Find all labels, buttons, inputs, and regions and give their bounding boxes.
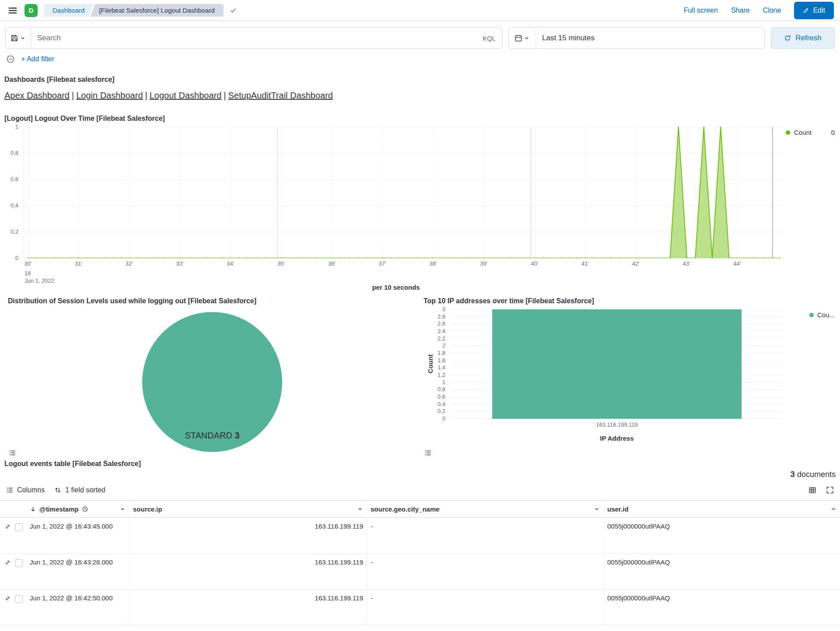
x-axis-tick: 33' xyxy=(176,261,184,266)
header-controls-cell xyxy=(0,501,26,517)
sort-icon xyxy=(54,487,61,494)
sort-fields-button[interactable]: 1 field sorted xyxy=(51,484,109,496)
columns-button[interactable]: Columns xyxy=(3,484,48,496)
cell-source-geo-city-name[interactable]: - xyxy=(367,589,604,625)
share-button[interactable]: Share xyxy=(731,7,750,14)
pie-panel-title: Distribution of Session Levels used whil… xyxy=(4,297,420,305)
clone-button[interactable]: Clone xyxy=(763,7,781,14)
dashboard-link-setupaudittrail-dashboard[interactable]: SetupAuditTrail Dashboard xyxy=(228,91,333,100)
y-axis-tick: 1.8 xyxy=(438,350,445,356)
top-navigation-bar: D Dashboard [Filebeat Salesforce] Logout… xyxy=(0,0,840,21)
cell-timestamp[interactable]: Jun 1, 2022 @ 16:43:28.000 xyxy=(26,554,130,589)
dashboard-links: Apex Dashboard|Login Dashboard|Logout Da… xyxy=(0,91,840,101)
column-menu-icon[interactable] xyxy=(119,506,126,512)
calendar-icon xyxy=(514,34,522,42)
dashboard-link-apex-dashboard[interactable]: Apex Dashboard xyxy=(4,91,70,100)
cell-timestamp[interactable]: Jun 1, 2022 @ 16:43:45.000 xyxy=(26,518,130,553)
column-header-source-geo-city-name[interactable]: source.geo.city_name xyxy=(367,501,604,517)
cell-source-geo-city-name[interactable]: - xyxy=(367,554,604,589)
y-axis: 00.20.40.60.81 xyxy=(4,127,22,258)
cell-user-id[interactable]: 0055j000000utlPAAQ xyxy=(604,554,840,589)
x-axis-hour-label: 16 xyxy=(24,270,54,277)
count-series-area[interactable] xyxy=(28,127,780,258)
y-axis-tick: 0.8 xyxy=(438,386,445,392)
full-screen-button[interactable]: Full screen xyxy=(684,7,718,14)
column-header-user-id[interactable]: user.id xyxy=(604,501,840,517)
pie-slice-standard[interactable]: STANDARD 3 xyxy=(142,312,282,452)
bar-top-ip[interactable] xyxy=(492,309,742,419)
cell-source-ip[interactable]: 163.116.199.119 xyxy=(130,554,367,589)
x-axis-title: IP Address xyxy=(451,435,783,442)
y-axis-tick: 1.6 xyxy=(438,358,445,363)
y-axis-tick: 0 xyxy=(15,255,18,261)
x-axis-tick: 35' xyxy=(277,261,285,266)
cell-user-id[interactable]: 0055j000000utlPAAQ xyxy=(604,589,840,625)
filter-options-button[interactable] xyxy=(6,55,15,63)
row-checkbox[interactable] xyxy=(15,559,23,567)
x-axis-tick: 37' xyxy=(379,261,386,266)
query-bar: KQL Last 15 minutes Refresh xyxy=(0,21,840,49)
legend-toggle-button[interactable] xyxy=(424,449,431,456)
pie-slice-name: STANDARD xyxy=(185,431,232,440)
expand-row-icon[interactable] xyxy=(4,559,11,566)
y-axis-tick: 2 xyxy=(442,343,445,348)
sort-button-label: 1 field sorted xyxy=(65,486,105,494)
refresh-button[interactable]: Refresh xyxy=(771,27,835,49)
top-ip-bar-chart[interactable]: Count 00.20.40.60.811.21.41.61.822.22.42… xyxy=(420,305,836,450)
time-range-value[interactable]: Last 15 minutes xyxy=(536,28,601,49)
logout-over-time-chart[interactable]: 00.20.40.60.81 30'31'32'33'34'35'36'37'3… xyxy=(4,125,836,281)
x-axis-tick: 39' xyxy=(480,261,487,266)
column-header-source-ip[interactable]: source.ip xyxy=(130,501,367,517)
breadcrumb-dashboard[interactable]: Dashboard xyxy=(44,4,93,17)
cell-source-geo-city-name[interactable]: - xyxy=(367,518,604,553)
display-options-button[interactable] xyxy=(805,484,820,496)
cell-timestamp[interactable]: Jun 1, 2022 @ 16:42:50.000 xyxy=(26,589,130,625)
row-checkbox[interactable] xyxy=(15,595,23,603)
expand-row-icon[interactable] xyxy=(4,523,11,530)
column-header-timestamp[interactable]: @timestamp xyxy=(26,501,130,517)
x-axis-title: per 10 seconds xyxy=(0,284,840,291)
x-axis-tick: 30' xyxy=(24,261,32,266)
y-axis-tick: 1 xyxy=(15,124,18,130)
search-input[interactable] xyxy=(37,34,483,42)
link-separator: | xyxy=(72,91,74,100)
chart-row: Distribution of Session Levels used whil… xyxy=(4,297,836,457)
edit-button[interactable]: Edit xyxy=(794,2,834,19)
legend-toggle-button[interactable] xyxy=(9,449,16,456)
row-checkbox[interactable] xyxy=(15,523,23,531)
legend-value: 0 xyxy=(831,129,836,136)
cell-source-ip[interactable]: 163.116.199.119 xyxy=(130,589,367,625)
legend-label: Cou... xyxy=(817,311,835,319)
column-menu-icon[interactable] xyxy=(594,506,600,512)
dashboard-link-login-dashboard[interactable]: Login Dashboard xyxy=(76,91,143,100)
column-menu-icon[interactable] xyxy=(830,506,836,512)
y-axis-tick: 0 xyxy=(442,416,445,421)
table-row: Jun 1, 2022 @ 16:43:45.000163.116.199.11… xyxy=(0,518,840,554)
y-axis-tick: 0.2 xyxy=(438,408,445,414)
cell-source-ip[interactable]: 163.116.199.119 xyxy=(130,518,367,553)
saved-query-menu-button[interactable] xyxy=(5,27,31,49)
y-axis-tick: 0.2 xyxy=(10,229,18,235)
circle-minus-icon xyxy=(6,55,15,63)
legend-label: Count xyxy=(794,129,812,136)
row-controls-cell xyxy=(0,518,26,553)
chart-legend[interactable]: Count 0 xyxy=(786,129,836,136)
chart-legend[interactable]: Cou... xyxy=(809,311,835,319)
x-axis-tick: 32' xyxy=(126,261,133,266)
space-avatar[interactable]: D xyxy=(24,4,38,17)
cell-user-id[interactable]: 0055j000000utlPAAQ xyxy=(604,518,840,553)
dashboard-link-logout-dashboard[interactable]: Logout Dashboard xyxy=(150,91,222,100)
x-axis-tick: 36' xyxy=(328,261,336,266)
fullscreen-table-button[interactable] xyxy=(822,484,837,496)
pie-slice-label: STANDARD 3 xyxy=(142,431,282,441)
kql-toggle[interactable]: KQL xyxy=(483,35,496,42)
date-quick-select-button[interactable] xyxy=(509,28,536,49)
column-menu-icon[interactable] xyxy=(357,506,363,512)
table-header-row: @timestampsource.ipsource.geo.city_nameu… xyxy=(0,500,840,518)
document-count-value: 3 xyxy=(790,470,795,479)
datagrid-toolbar: Columns 1 field sorted xyxy=(0,482,840,498)
add-filter-button[interactable]: + Add filter xyxy=(21,55,54,63)
chevron-down-icon xyxy=(20,35,26,41)
expand-row-icon[interactable] xyxy=(4,595,11,602)
menu-button[interactable] xyxy=(6,4,19,17)
